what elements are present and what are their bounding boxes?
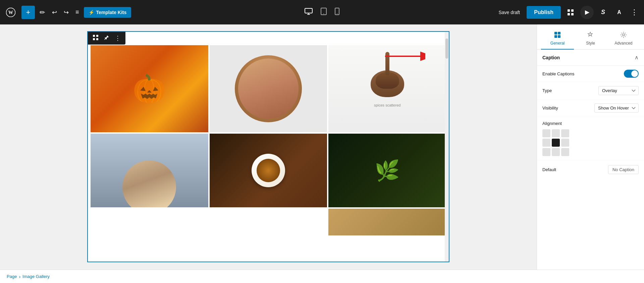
align-top-right[interactable] (561, 129, 569, 137)
block-toolbar: ⋮ (88, 32, 125, 45)
align-top-center[interactable] (552, 129, 560, 137)
svg-point-6 (337, 13, 337, 14)
gallery-image-pumpkins[interactable] (91, 45, 208, 132)
enable-captions-row: Enable Captions (537, 66, 644, 82)
gallery-image-tea[interactable] (210, 134, 327, 207)
block-pin-button[interactable] (102, 33, 111, 43)
svg-rect-18 (558, 32, 560, 34)
svg-rect-2 (305, 8, 312, 13)
tablet-view-button[interactable] (318, 6, 329, 19)
type-row: Type Overlay Below Image None (537, 82, 644, 99)
save-draft-button[interactable]: Save draft (494, 7, 524, 18)
align-middle-left[interactable] (542, 139, 550, 147)
align-top-left[interactable] (542, 129, 550, 137)
menu-button[interactable]: ≡ (73, 7, 81, 18)
enable-captions-label: Enable Captions (542, 71, 574, 76)
publish-button[interactable]: Publish (527, 6, 561, 19)
canvas-view-button[interactable] (564, 5, 578, 19)
template-kits-label: Template Kits (96, 10, 127, 15)
desktop-view-button[interactable] (302, 6, 315, 19)
svg-rect-8 (571, 9, 574, 12)
svg-rect-20 (558, 35, 560, 38)
gallery-image-herbs[interactable]: 🌿 (328, 134, 446, 207)
align-middle-right[interactable] (561, 139, 569, 147)
breadcrumb-current: Image Gallery (22, 274, 50, 279)
style-tab-icon (587, 31, 594, 40)
toolbar-right: Save draft Publish ▶ S A ⋮ (494, 5, 640, 19)
style-tab-label: Style (586, 41, 595, 46)
block-more-button[interactable]: ⋮ (113, 33, 123, 43)
svg-rect-12 (96, 35, 98, 37)
wp-logo: W (4, 6, 17, 19)
panel-content: Caption ∧ Enable Captions Type Overlay B… (537, 50, 644, 270)
svg-rect-10 (571, 13, 574, 15)
gallery-image-mortar[interactable]: spices scattered (328, 45, 446, 132)
panel-tabs: General Style Advanced (537, 24, 644, 50)
canvas-frame: ⋮ (87, 31, 449, 262)
svg-rect-19 (554, 35, 557, 38)
lightning-icon: ⚡ (89, 10, 94, 15)
alignment-section: Alignment (537, 117, 644, 160)
tab-advanced[interactable]: Advanced (607, 28, 640, 50)
visibility-label: Visibility (542, 105, 558, 111)
gallery-image-woman-portrait[interactable] (210, 45, 327, 132)
svg-rect-14 (96, 38, 98, 40)
advanced-tab-icon (620, 31, 627, 40)
align-spacer-1 (571, 129, 579, 137)
canvas-scrollbar[interactable] (445, 32, 449, 262)
gallery-image-spices[interactable] (328, 209, 446, 235)
main-toolbar: W + ✏ ↩ ↪ ≡ ⚡ Template Kits Save draft P… (0, 0, 644, 24)
main-area: ⋮ (0, 24, 644, 270)
tab-general[interactable]: General (541, 28, 574, 50)
caption-section-title: Caption (542, 55, 560, 60)
more-options-button[interactable]: ⋮ (629, 6, 640, 19)
type-select[interactable]: Overlay Below Image None (598, 86, 639, 95)
s-plugin-button[interactable]: S (596, 6, 610, 19)
undo-button[interactable]: ↩ (50, 7, 59, 18)
scroll-thumb (445, 39, 448, 59)
breadcrumb-separator: › (19, 274, 20, 279)
gallery-grid: spices scattered 🌿 (88, 32, 449, 238)
type-label: Type (542, 88, 552, 93)
block-grid-icon[interactable] (91, 33, 101, 43)
align-bottom-right[interactable] (561, 148, 569, 156)
breadcrumb-page[interactable]: Page (7, 274, 17, 279)
align-spacer-2 (571, 139, 579, 147)
template-kits-button[interactable]: ⚡ Template Kits (84, 7, 131, 18)
right-panel: General Style Advanced (537, 24, 644, 270)
svg-text:W: W (8, 9, 13, 15)
breadcrumb: Page › Image Gallery (0, 270, 644, 283)
a-plugin-button[interactable]: A (612, 6, 626, 19)
caption-section-header[interactable]: Caption ∧ (537, 50, 644, 66)
default-caption-row: Default No Caption (537, 160, 644, 179)
enable-captions-toggle[interactable] (624, 70, 639, 78)
mobile-view-button[interactable] (332, 6, 342, 19)
svg-rect-7 (568, 9, 570, 12)
svg-rect-13 (93, 38, 95, 40)
align-bottom-left[interactable] (542, 148, 550, 156)
alignment-grid (542, 129, 639, 156)
svg-rect-11 (93, 35, 95, 37)
general-tab-icon (554, 31, 561, 40)
tab-style[interactable]: Style (574, 28, 607, 50)
align-bottom-center[interactable] (552, 148, 560, 156)
preview-button[interactable]: ▶ (580, 6, 594, 19)
svg-point-4 (323, 13, 324, 14)
svg-rect-9 (568, 13, 570, 15)
device-switcher (302, 6, 342, 19)
align-spacer-3 (571, 148, 579, 156)
svg-point-21 (623, 34, 625, 36)
pencil-button[interactable]: ✏ (38, 6, 47, 18)
add-button[interactable]: + (21, 6, 35, 19)
visibility-select[interactable]: Show On Hover Always Show Never Show (594, 103, 639, 113)
alignment-label: Alignment (542, 121, 639, 126)
no-caption-value[interactable]: No Caption (608, 165, 639, 174)
svg-rect-17 (554, 32, 557, 34)
visibility-row: Visibility Show On Hover Always Show Nev… (537, 99, 644, 117)
advanced-tab-label: Advanced (614, 41, 632, 46)
align-middle-center[interactable] (552, 139, 560, 147)
redo-button[interactable]: ↪ (62, 7, 71, 18)
default-label: Default (542, 167, 556, 172)
canvas-area: ⋮ (0, 24, 537, 270)
gallery-image-blonde-woman[interactable] (91, 134, 208, 207)
